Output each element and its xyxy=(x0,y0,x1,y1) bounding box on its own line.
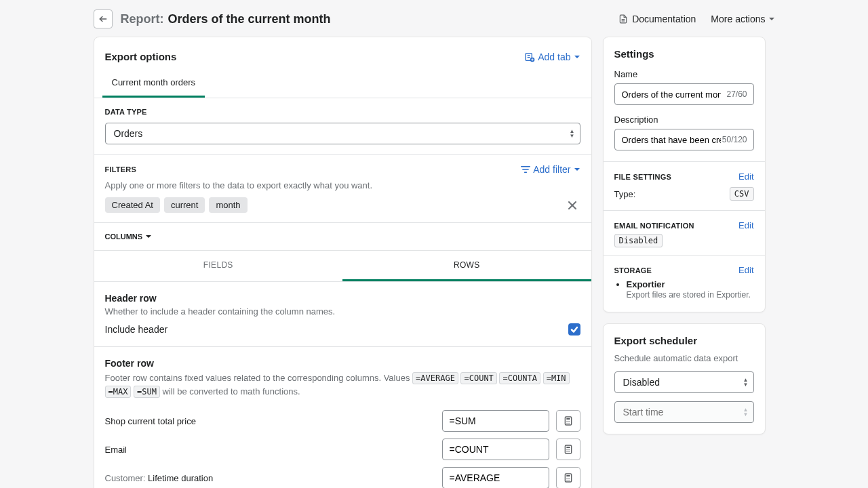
footer-value-input[interactable] xyxy=(442,439,549,460)
footer-calc-button[interactable] xyxy=(556,467,580,488)
footer-row-item: Shop current total price xyxy=(105,410,580,432)
include-header-label: Include header xyxy=(105,324,168,335)
top-bar: Report: Orders of the current month Docu… xyxy=(94,7,775,37)
caret-down-icon xyxy=(768,16,775,22)
columns-label: COLUMNS xyxy=(105,232,143,241)
documentation-link[interactable]: Documentation xyxy=(618,14,696,24)
footer-calc-button[interactable] xyxy=(556,439,580,460)
name-char-count: 27/60 xyxy=(726,89,747,99)
svg-point-35 xyxy=(566,480,567,481)
tab-rows[interactable]: ROWS xyxy=(342,251,591,281)
add-tab-label: Add tab xyxy=(538,52,570,62)
tab-fields[interactable]: FIELDS xyxy=(94,251,343,281)
svg-point-26 xyxy=(569,449,570,450)
document-icon xyxy=(618,14,628,24)
svg-rect-15 xyxy=(566,418,570,420)
file-settings-label: FILE SETTINGS xyxy=(614,173,672,181)
svg-point-33 xyxy=(568,478,568,479)
close-icon xyxy=(568,201,576,209)
more-actions-label: More actions xyxy=(711,14,765,24)
footer-rows-list: Shop current total priceEmailCustomer: L… xyxy=(94,402,591,488)
svg-point-24 xyxy=(566,449,567,450)
footer-row-label: Shop current total price xyxy=(105,416,435,426)
add-filter-button[interactable]: Add filter xyxy=(521,164,580,175)
add-tab-icon xyxy=(524,52,535,62)
svg-point-18 xyxy=(569,421,570,422)
tab-current-month-orders[interactable]: Current month orders xyxy=(102,70,205,98)
select-sort-icon: ▲▼ xyxy=(570,129,575,138)
filters-label: FILTERS xyxy=(105,165,136,174)
storage-block: STORAGE Edit Exportier Export files are … xyxy=(614,256,754,301)
name-label: Name xyxy=(614,69,754,79)
include-header-checkbox[interactable] xyxy=(568,323,580,336)
svg-point-32 xyxy=(566,478,567,479)
calculator-icon xyxy=(563,472,574,483)
footer-value-input[interactable] xyxy=(442,410,549,432)
type-label: Type: xyxy=(614,189,636,199)
svg-point-27 xyxy=(566,451,567,452)
file-settings-block: FILE SETTINGS Edit Type: CSV xyxy=(614,162,754,210)
header-row-title: Header row xyxy=(105,293,580,304)
remove-filter-button[interactable] xyxy=(564,200,580,211)
svg-point-37 xyxy=(569,480,570,481)
email-label: EMAIL NOTIFICATION xyxy=(614,222,694,230)
export-tabs: Current month orders xyxy=(94,70,591,98)
filters-desc: Apply one or more filters to the data to… xyxy=(105,180,580,190)
filter-chip-field[interactable]: Created At xyxy=(105,197,160,213)
filter-chip-op[interactable]: current xyxy=(164,197,205,213)
filter-chip-value[interactable]: month xyxy=(209,197,247,213)
page-title: Orders of the current month xyxy=(168,12,331,26)
svg-point-20 xyxy=(568,423,568,424)
footer-row-title: Footer row xyxy=(105,358,580,369)
footer-value-input[interactable] xyxy=(442,467,549,488)
settings-panel: Settings Name 27/60 Description 50/120 F… xyxy=(603,37,766,312)
scheduler-panel: Export scheduler Schedule automatic data… xyxy=(603,323,766,434)
documentation-label: Documentation xyxy=(632,14,696,24)
export-options-panel: Export options Add tab Current month ord… xyxy=(94,37,592,488)
svg-point-21 xyxy=(569,423,570,424)
storage-label: STORAGE xyxy=(614,266,652,274)
svg-point-17 xyxy=(568,421,568,422)
svg-point-36 xyxy=(568,480,568,481)
footer-row-label: Email xyxy=(105,445,435,455)
columns-toggle[interactable]: COLUMNS xyxy=(94,223,591,251)
filter-icon xyxy=(521,165,530,174)
svg-point-28 xyxy=(568,451,568,452)
caret-down-icon xyxy=(574,166,580,173)
svg-point-19 xyxy=(566,423,567,424)
email-edit[interactable]: Edit xyxy=(738,220,753,230)
settings-title: Settings xyxy=(614,48,754,60)
more-actions-button[interactable]: More actions xyxy=(711,14,774,24)
data-type-section: DATA TYPE ▲▼ xyxy=(94,98,591,155)
svg-point-25 xyxy=(568,449,568,450)
storage-sub: Export files are stored in Exportier. xyxy=(627,290,751,300)
export-options-title: Export options xyxy=(105,51,177,62)
data-type-label: DATA TYPE xyxy=(105,108,580,116)
email-value: Disabled xyxy=(614,234,663,247)
back-button[interactable] xyxy=(94,9,113,28)
caret-down-icon xyxy=(574,54,580,60)
svg-point-34 xyxy=(569,478,570,479)
filter-row: Created At current month xyxy=(105,197,580,213)
calculator-icon xyxy=(563,444,574,455)
select-sort-icon: ▲▼ xyxy=(743,378,749,387)
footer-calc-button[interactable] xyxy=(556,410,580,432)
svg-rect-31 xyxy=(566,475,570,476)
header-row-section: Header row Whether to include a header c… xyxy=(94,282,591,347)
storage-item: Exportier xyxy=(627,279,665,289)
header-row-desc: Whether to include a header containing t… xyxy=(105,306,580,317)
file-settings-edit[interactable]: Edit xyxy=(738,171,753,182)
footer-row-section: Footer row Footer row contains fixed val… xyxy=(94,347,591,402)
title-prefix: Report: xyxy=(121,12,164,26)
svg-rect-23 xyxy=(566,447,570,448)
scheduler-state-select[interactable] xyxy=(614,371,754,393)
scheduler-start-select[interactable] xyxy=(614,401,754,423)
footer-row-label: Customer: Lifetime duration xyxy=(105,473,435,483)
add-filter-label: Add filter xyxy=(533,164,570,175)
add-tab-button[interactable]: Add tab xyxy=(524,52,580,62)
caret-down-icon xyxy=(145,233,152,240)
storage-edit[interactable]: Edit xyxy=(738,265,753,275)
select-sort-icon: ▲▼ xyxy=(743,407,749,417)
description-char-count: 50/120 xyxy=(722,135,747,144)
data-type-select[interactable] xyxy=(105,123,580,144)
